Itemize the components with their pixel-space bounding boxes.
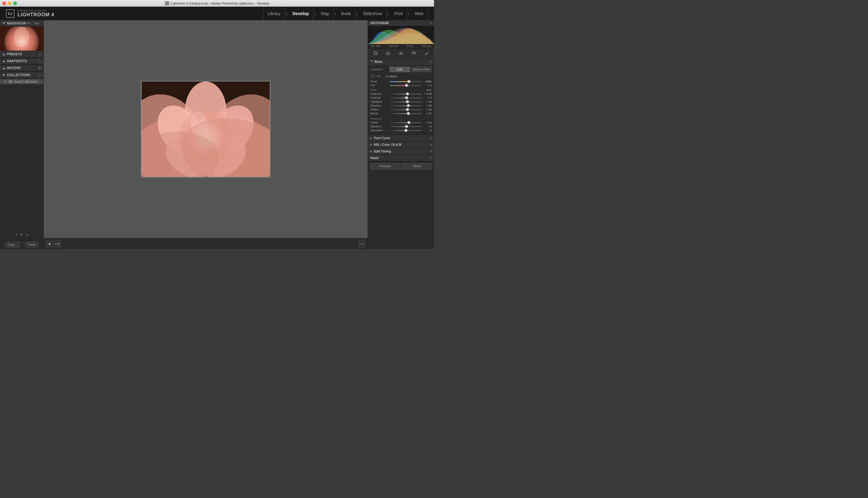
clarity-value: + 44 — [423, 121, 432, 124]
filmstrip: ▣ YY▾ ▾ — [44, 238, 368, 249]
highlights-track[interactable] — [390, 101, 422, 102]
saturation-thumb[interactable] — [405, 129, 407, 132]
svg-rect-21 — [377, 52, 377, 55]
presets-header[interactable]: Presets + — [0, 51, 43, 58]
basic-title: Basic — [375, 60, 430, 63]
saturation-fill — [390, 130, 406, 131]
snapshots-header[interactable]: Snapshots + — [0, 58, 43, 65]
spot-removal-tool[interactable] — [384, 50, 392, 56]
history-header[interactable]: History ✕ — [0, 65, 43, 71]
collections-header[interactable]: Collections + — [0, 72, 43, 78]
close-button[interactable] — [2, 1, 6, 5]
zoom-fit[interactable]: FIT — [26, 22, 32, 25]
smart-collections-item[interactable]: Smart Collections — [0, 79, 43, 84]
shadows-thumb[interactable] — [407, 104, 410, 107]
zoom-fill[interactable]: FILL — [33, 22, 41, 25]
reset-button[interactable]: Reset — [402, 163, 433, 170]
blacks-track[interactable] — [390, 113, 422, 114]
highlights-thumb[interactable] — [406, 100, 409, 103]
paste-button[interactable]: Paste — [25, 242, 39, 248]
shadows-slider-row: Shadows + 34 — [370, 104, 432, 107]
logo-area: ADOBE PHOTOSHOP LIGHTROOM 4 — [17, 9, 54, 17]
contrast-thumb[interactable] — [405, 96, 408, 99]
nav-map[interactable]: Map — [317, 6, 334, 20]
flower-svg — [141, 81, 270, 177]
collections-body: Smart Collections — [0, 78, 43, 230]
vibrance-label: Vibrance — [370, 125, 389, 128]
history-collapse-icon — [2, 67, 5, 69]
image-canvas-area[interactable] — [44, 20, 368, 238]
nav-book[interactable]: Book — [337, 6, 355, 20]
highlights-slider-row: Highlights + 18 — [370, 100, 432, 103]
wb-picker-icon[interactable]: ✦ — [370, 74, 375, 79]
detail-section[interactable]: Detail ▾ — [368, 155, 434, 161]
previous-button[interactable]: Previous — [370, 163, 401, 170]
navigator-header[interactable]: Navigator FIT FILL 1:1 3:1 — [0, 20, 43, 27]
snapshots-add-button[interactable]: + — [39, 59, 41, 63]
tint-thumb[interactable] — [405, 84, 408, 87]
treatment-bw-button[interactable]: Black & White — [411, 67, 432, 72]
clarity-track[interactable] — [390, 122, 422, 123]
svg-rect-22 — [374, 52, 377, 52]
nav-print[interactable]: Print — [390, 6, 407, 20]
copy-button[interactable]: Copy... — [5, 242, 20, 248]
tint-track[interactable] — [390, 85, 422, 86]
exposure-thumb[interactable] — [406, 92, 409, 95]
saturation-track[interactable] — [390, 130, 422, 131]
clarity-thumb[interactable] — [407, 121, 410, 124]
whites-fill — [390, 109, 407, 110]
adjustment-brush-tool[interactable] — [423, 50, 430, 56]
split-toning-header[interactable]: Split Toning ◂ — [368, 148, 434, 155]
filmstrip-expand-button[interactable]: ▾ — [358, 240, 365, 247]
nav-web[interactable]: Web — [410, 6, 428, 20]
temp-label: Temp — [370, 80, 389, 83]
split-toning-section: Split Toning ◂ — [368, 148, 434, 155]
treatment-label: Treatment : — [370, 68, 389, 71]
svg-rect-1 — [9, 81, 12, 81]
exposure-track[interactable] — [390, 94, 422, 94]
filmstrip-sort-button[interactable]: YY▾ — [54, 240, 60, 247]
hsl-header[interactable]: HSL / Color / B & W ◂ — [368, 142, 434, 148]
filmstrip-view-button[interactable]: ▣ — [46, 240, 53, 247]
temp-track[interactable] — [390, 81, 422, 82]
smart-collections-expand-icon — [5, 81, 6, 83]
vibrance-track[interactable] — [390, 126, 422, 127]
navigator-section: Navigator FIT FILL 1:1 3:1 — [0, 20, 43, 51]
svg-rect-27 — [412, 53, 416, 53]
histogram-canvas — [368, 26, 434, 44]
auto-label[interactable]: Auto — [426, 89, 432, 91]
maximize-button[interactable] — [13, 1, 17, 5]
crop-tool[interactable] — [372, 50, 379, 56]
shadows-value: + 34 — [423, 104, 432, 107]
temp-thumb[interactable] — [407, 80, 410, 83]
focal-info: 100 mm — [389, 45, 399, 48]
temp-fill — [390, 81, 409, 82]
presets-title: Presets — [7, 53, 39, 56]
collections-title: Collections — [7, 73, 39, 77]
red-eye-tool[interactable] — [397, 50, 405, 56]
tone-group-header: Tone Auto — [370, 89, 432, 91]
nav-library[interactable]: Library — [263, 6, 285, 20]
vibrance-thumb[interactable] — [405, 125, 408, 128]
collections-add-button[interactable]: + — [39, 73, 41, 77]
history-clear-button[interactable]: ✕ — [38, 66, 41, 70]
presets-add-button[interactable]: + — [39, 52, 41, 56]
contrast-track[interactable] — [390, 97, 422, 99]
blacks-thumb[interactable] — [407, 112, 410, 115]
basic-header[interactable]: Basic ▾ — [368, 58, 434, 65]
vibrance-slider-row: Vibrance + 6 — [370, 125, 432, 128]
shadows-track[interactable] — [390, 105, 422, 106]
histogram-header[interactable]: Histogram ▾ — [368, 20, 434, 26]
window-title: Lightroom 4 Catalog.lrcat – Adobe Photos… — [165, 1, 269, 5]
wb-dropdown[interactable]: As Shot ▾ — [385, 75, 397, 78]
exposure-value: + 0.60 — [423, 92, 432, 95]
nav-develop[interactable]: Develop — [288, 6, 313, 20]
nav-slideshow[interactable]: Slideshow — [358, 6, 386, 20]
treatment-color-button[interactable]: Color — [390, 67, 410, 72]
tone-curve-header[interactable]: Tone Curve ◂ — [368, 135, 434, 141]
whites-track[interactable] — [390, 109, 422, 110]
tint-value: + 6 — [423, 84, 432, 87]
graduated-filter-tool[interactable] — [410, 50, 417, 56]
whites-thumb[interactable] — [406, 108, 409, 111]
minimize-button[interactable] — [8, 1, 12, 5]
